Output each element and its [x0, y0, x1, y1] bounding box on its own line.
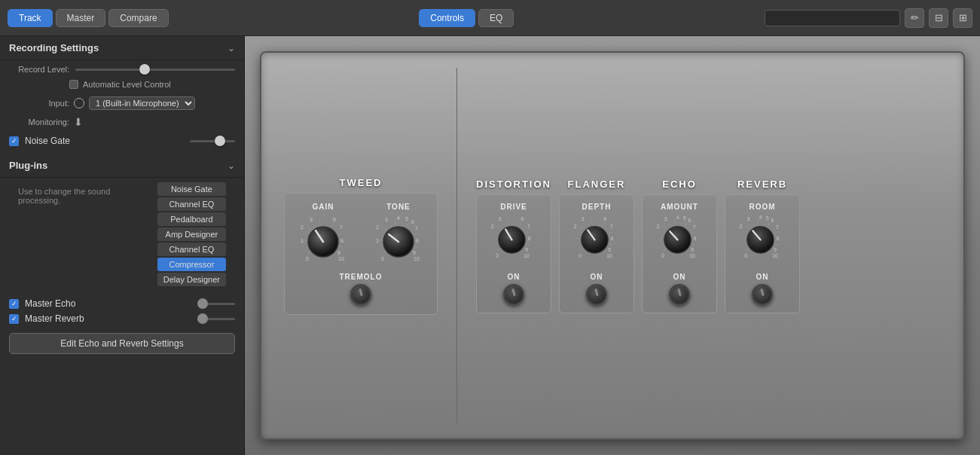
- gain-knob[interactable]: 0 10 1 2 3 6 7 8 9: [297, 214, 350, 267]
- svg-text:2: 2: [740, 223, 743, 228]
- svg-text:5: 5: [405, 216, 408, 221]
- flanger-toggle[interactable]: [586, 284, 607, 305]
- svg-line-38: [497, 248, 500, 251]
- svg-line-20: [383, 227, 386, 230]
- amp-container: TWEED GAIN: [260, 51, 965, 440]
- record-level-slider[interactable]: [75, 69, 235, 71]
- svg-text:0: 0: [381, 256, 384, 261]
- mixer-icon: ⊟: [935, 12, 943, 23]
- svg-text:6: 6: [688, 218, 691, 223]
- svg-text:2: 2: [376, 224, 379, 230]
- tremolo-label: TREMOLO: [340, 273, 383, 281]
- svg-text:9: 9: [525, 247, 528, 252]
- svg-line-94: [757, 219, 758, 223]
- small-boxes-container: DISTORTION DRIVE: [476, 179, 941, 313]
- reverb-toggle[interactable]: [752, 284, 773, 305]
- svg-text:9: 9: [337, 250, 340, 255]
- svg-line-55: [580, 248, 583, 251]
- tone-label: TONE: [386, 203, 411, 211]
- master-echo-checkbox[interactable]: ✓: [9, 299, 19, 309]
- plugin-compressor[interactable]: Compressor: [157, 258, 226, 271]
- plugin-channel-eq-2[interactable]: Channel EQ: [157, 243, 226, 256]
- svg-line-24: [414, 246, 418, 247]
- master-reverb-slider[interactable]: [197, 318, 235, 320]
- plugin-list: Noise Gate Channel EQ Pedalboard Amp Des…: [148, 182, 235, 288]
- input-select[interactable]: 1 (Built-in Microphone): [89, 96, 195, 110]
- svg-line-91: [746, 248, 749, 251]
- svg-text:1: 1: [301, 238, 304, 243]
- svg-line-77: [691, 231, 695, 233]
- auto-level-checkbox[interactable]: [69, 80, 78, 89]
- svg-line-59: [602, 221, 604, 225]
- svg-text:10: 10: [414, 256, 420, 261]
- depth-knob[interactable]: 0 10 2 3 6 7 8 9: [570, 214, 623, 267]
- svg-text:6: 6: [411, 219, 414, 224]
- plugin-pedalboard[interactable]: Pedalboard: [157, 212, 226, 226]
- plugin-delay-designer[interactable]: Delay Designer: [157, 273, 226, 286]
- svg-line-6: [338, 246, 343, 247]
- master-reverb-row: ✓ Master Reverb: [9, 313, 235, 324]
- echo-amp-section: ECHO AMOUNT: [642, 179, 717, 313]
- svg-text:2: 2: [491, 223, 494, 228]
- svg-line-58: [591, 219, 592, 223]
- amount-knob-group: AMOUNT: [653, 203, 706, 267]
- svg-text:7: 7: [693, 224, 696, 230]
- plugin-amp-designer[interactable]: Amp Designer: [157, 228, 226, 241]
- master-reverb-checkbox[interactable]: ✓: [9, 314, 19, 324]
- plugin-channel-eq-1[interactable]: Channel EQ: [157, 197, 226, 211]
- depth-label: DEPTH: [582, 203, 612, 211]
- svg-line-57: [580, 226, 583, 229]
- echo-on-label: ON: [673, 273, 686, 281]
- svg-text:6: 6: [521, 216, 524, 221]
- plugins-title: Plug-ins: [9, 160, 47, 171]
- top-bar: Track Master Compare Controls EQ ✏ ⊟ ⊞: [0, 0, 980, 36]
- tab-master[interactable]: Master: [56, 9, 106, 27]
- tremolo-toggle[interactable]: [350, 284, 371, 305]
- flanger-on-label: ON: [591, 273, 603, 281]
- recording-settings-header[interactable]: Recording Settings ⌄: [0, 36, 244, 60]
- flanger-box: DEPTH: [559, 194, 634, 313]
- svg-text:10: 10: [524, 252, 530, 258]
- edit-echo-reverb-button[interactable]: Edit Echo and Reverb Settings: [9, 333, 235, 354]
- distortion-on-label: ON: [508, 273, 521, 281]
- piano-icon-btn[interactable]: ⊞: [953, 8, 972, 28]
- master-echo-label: Master Echo: [25, 298, 191, 309]
- svg-line-40: [497, 226, 500, 229]
- svg-line-97: [774, 243, 778, 245]
- drive-knob[interactable]: 0 10 2 3 6 7 8 9: [487, 214, 540, 267]
- svg-line-76: [685, 221, 687, 225]
- master-reverb-thumb: [197, 313, 208, 324]
- echo-toggle[interactable]: [669, 284, 690, 305]
- plugin-noise-gate[interactable]: Noise Gate: [157, 182, 226, 196]
- svg-text:1: 1: [376, 238, 379, 243]
- svg-line-43: [526, 231, 530, 233]
- svg-text:6: 6: [604, 216, 607, 221]
- tab-controls[interactable]: Controls: [419, 9, 475, 27]
- room-label: ROOM: [749, 203, 775, 211]
- flanger-label: FLANGER: [568, 179, 626, 190]
- distortion-box: DRIVE: [476, 194, 551, 313]
- noise-gate-slider[interactable]: [190, 140, 235, 142]
- svg-line-42: [519, 221, 521, 225]
- search-input[interactable]: [765, 10, 900, 26]
- tab-track[interactable]: Track: [8, 9, 53, 27]
- piano-icon: ⊞: [959, 12, 967, 23]
- amount-knob[interactable]: 0 10 2 3 4 5 6 7 8 9: [653, 214, 706, 267]
- svg-text:10: 10: [689, 252, 695, 258]
- mixer-icon-btn[interactable]: ⊟: [929, 8, 948, 28]
- svg-text:7: 7: [415, 226, 418, 231]
- svg-text:0: 0: [661, 252, 664, 258]
- svg-line-75: [674, 219, 675, 223]
- svg-line-72: [663, 248, 666, 251]
- svg-line-21: [395, 220, 395, 224]
- tone-knob[interactable]: 0 10 1 2 3 4 5 6 7 8: [372, 214, 425, 267]
- master-echo-slider[interactable]: [197, 303, 235, 305]
- noise-gate-checkbox[interactable]: ✓: [9, 136, 19, 146]
- tab-compare[interactable]: Compare: [108, 9, 168, 27]
- tab-eq[interactable]: EQ: [478, 9, 514, 27]
- distortion-toggle[interactable]: [503, 284, 524, 305]
- plugins-header[interactable]: Plug-ins ⌄: [0, 154, 244, 178]
- record-level-row: Record Level:: [0, 60, 244, 78]
- room-knob[interactable]: 0 10 2 3 4 5 6 7 8 9: [736, 214, 789, 267]
- pencil-icon-btn[interactable]: ✏: [905, 8, 924, 28]
